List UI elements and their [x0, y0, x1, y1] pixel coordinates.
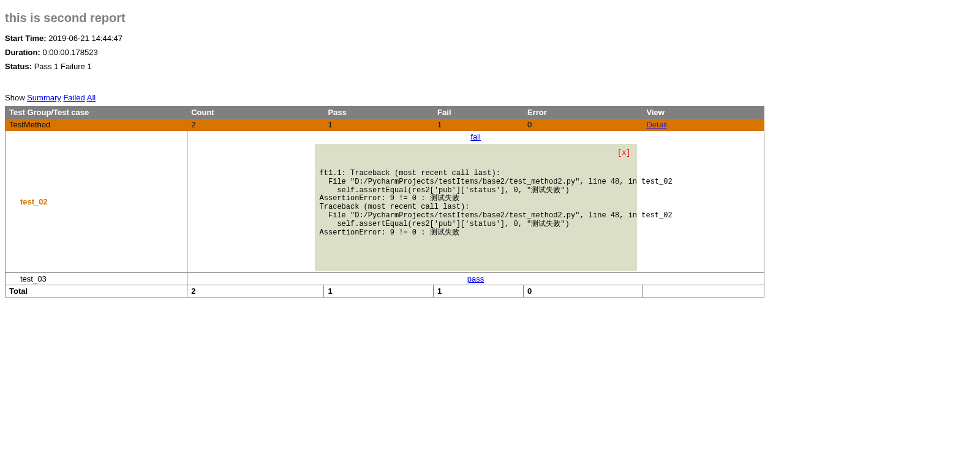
group-pass: 1 — [324, 119, 434, 131]
total-label: Total — [6, 285, 187, 297]
group-fail: 1 — [434, 119, 524, 131]
group-error: 0 — [523, 119, 643, 131]
traceback-box: [x] ft1.1: Traceback (most recent call l… — [315, 144, 637, 271]
show-label: Show — [5, 93, 25, 102]
group-name: TestMethod — [6, 119, 187, 131]
header-view: View — [643, 107, 764, 119]
test-name-pass: test_03 — [9, 274, 47, 283]
header-pass: Pass — [324, 107, 434, 119]
test-row-fail: test_02 fail [x] ft1.1: Traceback (most … — [6, 131, 764, 273]
group-count: 2 — [187, 119, 324, 131]
status-value: Pass 1 Failure 1 — [34, 62, 92, 71]
fail-status-link[interactable]: fail — [470, 132, 481, 141]
report-title: this is second report — [5, 11, 975, 25]
header-fail: Fail — [434, 107, 524, 119]
test-name-cell: test_02 — [6, 131, 187, 273]
test-result-cell: pass — [187, 273, 764, 285]
close-icon[interactable]: [x] — [617, 149, 631, 157]
test-row-pass: test_03 pass — [6, 273, 764, 285]
group-view-cell: Detail — [643, 119, 764, 131]
test-result-cell: fail [x] ft1.1: Traceback (most recent c… — [187, 131, 764, 273]
start-time-label: Start Time: — [5, 34, 47, 43]
duration-value: 0:00:00.178523 — [42, 48, 97, 57]
start-time-value: 2019-06-21 14:44:47 — [48, 34, 123, 43]
results-table: Test Group/Test case Count Pass Fail Err… — [5, 106, 764, 297]
status-label: Status: — [5, 62, 32, 71]
total-fail: 1 — [434, 285, 524, 297]
total-row: Total 2 1 1 0 — [6, 285, 764, 297]
header-count: Count — [187, 107, 324, 119]
test-name-cell: test_03 — [6, 273, 187, 285]
total-pass: 1 — [324, 285, 434, 297]
total-error: 0 — [523, 285, 643, 297]
filter-all-link[interactable]: All — [87, 93, 96, 102]
group-detail-link[interactable]: Detail — [646, 120, 666, 129]
pass-status-link[interactable]: pass — [467, 274, 484, 283]
duration-label: Duration: — [5, 48, 40, 57]
status-line: Status: Pass 1 Failure 1 — [5, 62, 975, 71]
header-name: Test Group/Test case — [6, 107, 187, 119]
total-count: 2 — [187, 285, 324, 297]
filter-line: Show Summary Failed All — [5, 93, 975, 102]
total-view — [643, 285, 764, 297]
duration-line: Duration: 0:00:00.178523 — [5, 48, 975, 57]
header-row: Test Group/Test case Count Pass Fail Err… — [6, 107, 764, 119]
filter-failed-link[interactable]: Failed — [63, 93, 85, 102]
start-time-line: Start Time: 2019-06-21 14:44:47 — [5, 34, 975, 43]
header-error: Error — [523, 107, 643, 119]
filter-summary-link[interactable]: Summary — [27, 93, 61, 102]
group-row: TestMethod 2 1 1 0 Detail — [6, 119, 764, 131]
test-name-fail: test_02 — [9, 197, 48, 206]
traceback-text: ft1.1: Traceback (most recent call last)… — [320, 170, 632, 237]
